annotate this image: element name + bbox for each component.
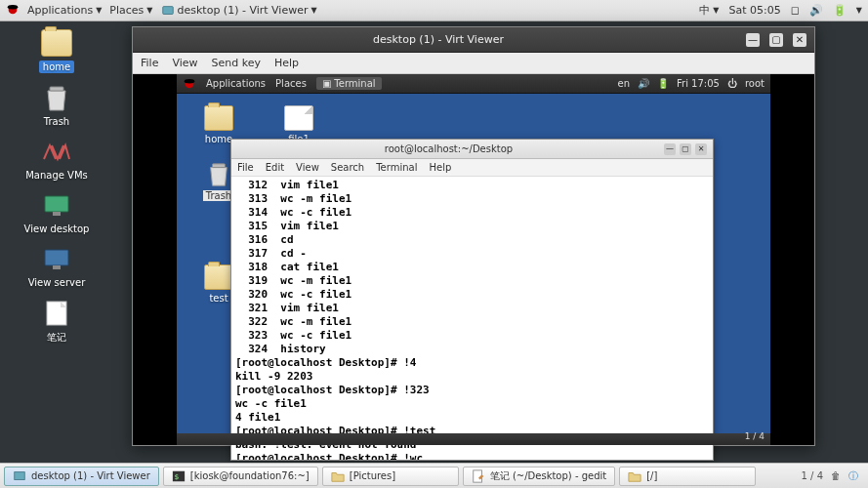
guest-menu-places[interactable]: Places xyxy=(275,78,307,89)
term-menu-edit[interactable]: Edit xyxy=(266,162,284,173)
guest-vm-display[interactable]: Applications Places ▣Terminal en 🔊 🔋 Fri… xyxy=(133,74,814,445)
power-icon[interactable]: ⏻ xyxy=(727,78,737,89)
guest-clock[interactable]: Fri 17:05 xyxy=(677,78,720,89)
svg-rect-3 xyxy=(50,87,63,91)
terminal-menubar: File Edit View Search Terminal Help xyxy=(231,159,713,177)
svg-rect-6 xyxy=(45,250,68,265)
svg-rect-5 xyxy=(53,212,61,216)
vv-menu-sendkey[interactable]: Send key xyxy=(212,57,261,69)
guest-user[interactable]: root xyxy=(745,78,765,89)
svg-text:$: $ xyxy=(174,472,178,480)
taskbar-item[interactable]: [Pictures] xyxy=(322,467,459,486)
vv-menu-view[interactable]: View xyxy=(172,57,197,69)
terminal-close-button[interactable]: ✕ xyxy=(695,143,707,155)
svg-rect-11 xyxy=(213,164,226,168)
guest-desktop[interactable]: home file1 Trash test root@localhost:~/D… xyxy=(177,94,770,445)
terminal-content[interactable]: 312 vim file1 313 wc -m file1 314 wc -c … xyxy=(231,177,713,460)
taskbar-item[interactable]: $[kiosk@foundation76:~] xyxy=(163,467,318,486)
chevron-down-icon[interactable]: ▼ xyxy=(856,6,862,15)
desktop-icon-view-server[interactable]: View server xyxy=(18,246,96,288)
info-icon[interactable]: ⓘ xyxy=(848,469,858,483)
term-menu-file[interactable]: File xyxy=(237,162,254,173)
terminal-title-text: root@localhost:~/Desktop xyxy=(237,143,660,154)
volume-icon[interactable]: 🔊 xyxy=(638,78,649,89)
virt-viewer-window: desktop (1) - Virt Viewer — ▢ ✕ File Vie… xyxy=(132,26,815,446)
host-taskbar: desktop (1) - Virt Viewer$[kiosk@foundat… xyxy=(0,463,868,488)
volume-icon[interactable]: 🔊 xyxy=(809,4,823,17)
vv-titlebar[interactable]: desktop (1) - Virt Viewer — ▢ ✕ xyxy=(133,27,814,53)
desktop-icon-manage-vms[interactable]: Manage VMs xyxy=(18,139,96,181)
terminal-minimize-button[interactable]: — xyxy=(664,143,676,155)
host-clock[interactable]: Sat 05:05 xyxy=(728,4,780,17)
chevron-down-icon: ▼ xyxy=(96,6,102,15)
minimize-button[interactable]: — xyxy=(746,33,760,47)
guest-taskbar-terminal[interactable]: ▣Terminal xyxy=(316,77,382,90)
terminal-window: root@localhost:~/Desktop — ▢ ✕ File Edit… xyxy=(230,139,714,461)
svg-point-10 xyxy=(185,79,195,83)
taskbar-item[interactable]: desktop (1) - Virt Viewer xyxy=(4,467,159,486)
taskbar-item[interactable]: [/] xyxy=(619,467,756,486)
svg-rect-12 xyxy=(15,471,25,479)
terminal-maximize-button[interactable]: ▢ xyxy=(680,143,691,155)
desktop-icon-note[interactable]: 笔记 xyxy=(18,300,96,345)
guest-top-panel: Applications Places ▣Terminal en 🔊 🔋 Fri… xyxy=(177,74,770,94)
terminal-titlebar[interactable]: root@localhost:~/Desktop — ▢ ✕ xyxy=(231,140,713,159)
desktop-icon-view-desktop[interactable]: View desktop xyxy=(18,192,96,234)
trash-icon[interactable]: 🗑 xyxy=(831,470,841,481)
term-menu-search[interactable]: Search xyxy=(331,162,364,173)
redhat-icon xyxy=(183,76,196,92)
term-menu-terminal[interactable]: Terminal xyxy=(376,162,417,173)
host-menu-applications[interactable]: Applications▼ xyxy=(27,4,102,17)
close-button[interactable]: ✕ xyxy=(793,33,806,47)
terminal-icon: ▣ xyxy=(322,78,331,89)
battery-icon[interactable]: 🔋 xyxy=(657,78,669,89)
host-top-panel: Applications▼ Places▼ desktop (1) - Virt… xyxy=(0,0,868,21)
svg-rect-4 xyxy=(45,196,68,212)
svg-rect-2 xyxy=(162,6,173,14)
vv-menubar: File View Send key Help xyxy=(133,53,814,74)
desktop-icon-trash[interactable]: Trash xyxy=(18,85,96,127)
vv-menu-file[interactable]: File xyxy=(141,57,158,69)
maximize-button[interactable]: ▢ xyxy=(769,33,783,47)
battery-icon[interactable]: 🔋 xyxy=(833,4,847,17)
guest-bottom-panel: 1 / 4 xyxy=(177,433,770,445)
host-desktop[interactable]: home Trash Manage VMs View desktop View … xyxy=(0,21,868,463)
guest-pager[interactable]: 1 / 4 xyxy=(745,431,765,441)
vv-menu-help[interactable]: Help xyxy=(274,57,299,69)
desktop-icon-home[interactable]: home xyxy=(18,29,96,73)
taskbar-pager[interactable]: 1 / 4 xyxy=(802,470,823,481)
taskbar-item[interactable]: 笔记 (~/Desktop) - gedit xyxy=(463,467,615,486)
host-menu-places[interactable]: Places▼ xyxy=(109,4,152,17)
svg-point-1 xyxy=(8,5,19,9)
term-menu-view[interactable]: View xyxy=(296,162,319,173)
vv-title-text: desktop (1) - Virt Viewer xyxy=(141,33,736,46)
guest-lang-indicator[interactable]: en xyxy=(618,78,631,89)
chevron-down-icon: ▼ xyxy=(146,6,152,15)
host-active-app-menu[interactable]: desktop (1) - Virt Viewer▼ xyxy=(161,4,317,18)
screen-icon[interactable]: ◻ xyxy=(791,4,800,17)
term-menu-help[interactable]: Help xyxy=(429,162,451,173)
redhat-icon xyxy=(6,2,20,19)
guest-menu-applications[interactable]: Applications xyxy=(206,78,266,89)
chevron-down-icon: ▼ xyxy=(310,6,316,15)
host-ime-indicator[interactable]: 中▼ xyxy=(699,3,719,18)
svg-rect-7 xyxy=(53,265,61,269)
